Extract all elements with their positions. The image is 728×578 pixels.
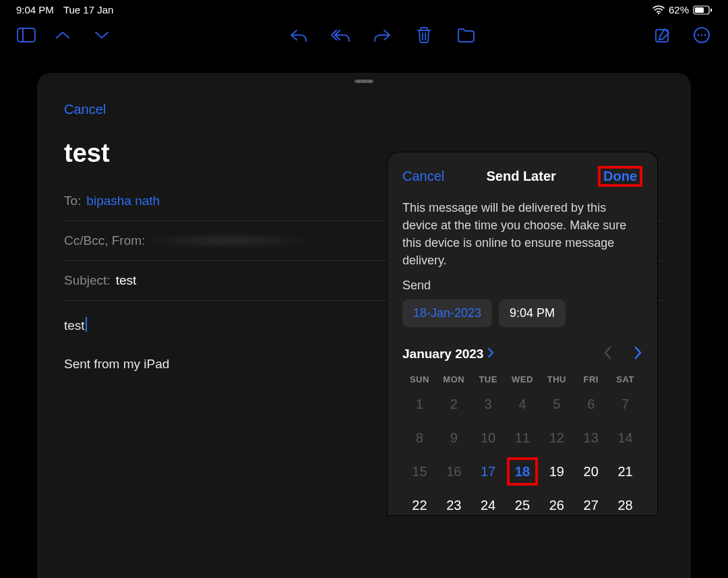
svg-point-8 [698,34,700,36]
wifi-icon [653,5,665,15]
dow-label: WED [506,374,540,384]
date-chip[interactable]: 18-Jan-2023 [402,299,492,327]
calendar-day[interactable]: 25 [506,495,540,515]
calendar-day: 3 [471,394,506,414]
calendar-day: 8 [402,428,437,448]
calendar-day: 1 [402,394,437,414]
calendar-day: 12 [539,428,574,448]
calendar-day: 5 [539,394,574,414]
from-value-redacted [150,233,305,248]
selected-day-highlight: 18 [507,457,538,486]
calendar-day: 9 [437,428,471,448]
body-text: test [64,318,85,333]
text-caret [86,317,87,332]
reply-icon[interactable] [289,26,309,44]
calendar-day: 11 [506,428,540,448]
ccbcc-label: Cc/Bcc, From: [64,233,145,248]
calendar-day[interactable]: 17 [471,461,506,482]
popover-cancel-button[interactable]: Cancel [402,169,444,184]
popover-title: Send Later [486,169,555,184]
reply-all-icon[interactable] [330,26,351,44]
sidebar-toggle-icon[interactable] [16,26,36,44]
next-month-button[interactable] [634,346,642,362]
calendar-day[interactable]: 22 [402,495,437,515]
calendar-grid: 1234567891011121314151617181920212223242… [402,394,642,515]
status-bar: 9:04 PM Tue 17 Jan 62% [0,0,728,17]
compose-icon[interactable] [653,26,673,44]
status-time: 9:04 PM [16,4,54,16]
calendar-day: 7 [608,394,642,414]
popover-description: This message will be delivered by this d… [402,199,642,269]
time-chip[interactable]: 9:04 PM [499,299,566,327]
calendar-day: 16 [437,461,471,482]
done-highlight: Done [598,166,642,187]
calendar-month-label: January 2023 [402,347,483,362]
mail-toolbar [0,17,728,51]
calendar-day[interactable]: 24 [471,495,506,515]
chevron-down-icon[interactable] [92,26,112,44]
battery-icon [693,5,712,15]
more-icon[interactable] [692,26,712,44]
dow-label: MON [437,374,471,384]
dow-label: SUN [402,374,437,384]
svg-rect-2 [710,8,712,11]
calendar-day: 14 [608,428,642,448]
calendar-day[interactable]: 23 [437,495,471,515]
forward-icon[interactable] [372,26,392,44]
svg-rect-3 [695,7,704,13]
calendar-dow-row: SUNMONTUEWEDTHUFRISAT [402,374,642,384]
dow-label: THU [539,374,574,384]
to-label: To: [64,194,81,208]
calendar-day[interactable]: 19 [539,461,574,482]
calendar-day: 10 [471,428,506,448]
calendar-day: 4 [506,394,540,414]
svg-point-10 [704,34,706,36]
calendar-day[interactable]: 28 [608,495,642,515]
calendar-day[interactable]: 21 [608,461,642,482]
svg-point-9 [701,34,703,36]
calendar-day[interactable]: 18 [515,461,530,482]
prev-month-button[interactable] [603,346,611,362]
calendar-day[interactable]: 26 [539,495,574,515]
sheet-grabber-icon[interactable] [355,80,373,83]
chevron-right-icon [487,347,494,362]
send-label: Send [402,279,642,293]
trash-icon[interactable] [414,26,434,44]
dow-label: TUE [471,374,506,384]
cancel-button[interactable]: Cancel [64,102,106,117]
to-value: bipasha nath [86,194,160,208]
calendar-day: 15 [402,461,437,482]
calendar-month-button[interactable]: January 2023 [402,347,494,362]
dow-label: FRI [574,374,608,384]
calendar-day[interactable]: 27 [574,495,608,515]
dow-label: SAT [608,374,642,384]
done-button[interactable]: Done [603,169,637,183]
subject-value: test [116,273,137,288]
svg-rect-4 [18,28,35,42]
svg-point-0 [658,12,659,13]
subject-label: Subject: [64,273,111,288]
calendar-day: 13 [574,428,608,448]
status-date: Tue 17 Jan [63,4,114,16]
status-battery-text: 62% [669,4,689,16]
sendlater-popover: Cancel Send Later Done This message will… [388,152,657,515]
calendar-day[interactable]: 20 [574,461,608,482]
chevron-up-icon[interactable] [53,26,73,44]
calendar-day: 2 [437,394,471,414]
calendar-day: 6 [574,394,608,414]
folder-icon[interactable] [456,26,476,44]
